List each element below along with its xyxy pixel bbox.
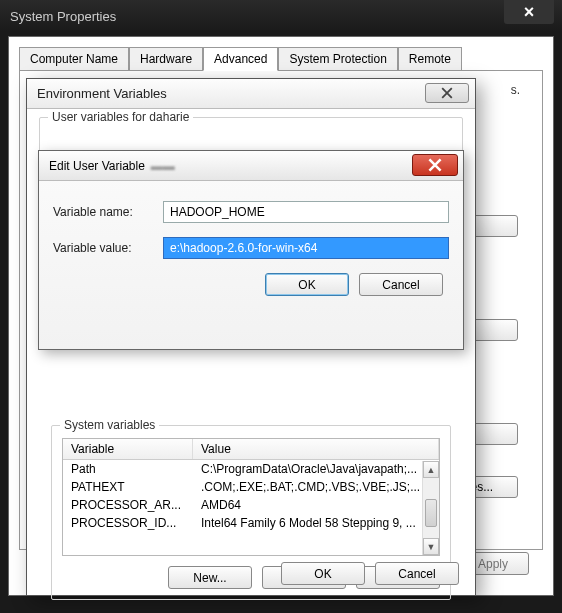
env-titlebar: Environment Variables — [27, 79, 475, 109]
env-cancel-button[interactable]: Cancel — [375, 562, 459, 585]
cell-var: PROCESSOR_ID... — [63, 515, 193, 531]
cell-val: AMD64 — [193, 497, 439, 513]
variable-value-label: Variable value: — [53, 241, 163, 255]
tab-remote[interactable]: Remote — [398, 47, 462, 70]
tab-hardware[interactable]: Hardware — [129, 47, 203, 70]
blurred-text: ▬▬ — [151, 159, 175, 173]
scroll-down-icon[interactable]: ▼ — [423, 538, 439, 555]
cell-val: Intel64 Family 6 Model 58 Stepping 9, ..… — [193, 515, 439, 531]
env-ok-button[interactable]: OK — [281, 562, 365, 585]
sysprops-title: System Properties — [10, 9, 116, 24]
cell-var: Path — [63, 461, 193, 477]
col-value[interactable]: Value — [193, 439, 439, 459]
list-header: Variable Value — [63, 439, 439, 460]
env-close-button[interactable] — [425, 83, 469, 103]
cell-val: .COM;.EXE;.BAT;.CMD;.VBS;.VBE;.JS;... — [193, 479, 439, 495]
system-variables-list[interactable]: Variable Value Path C:\ProgramData\Oracl… — [62, 438, 440, 556]
env-title: Environment Variables — [37, 86, 167, 101]
scroll-up-icon[interactable]: ▲ — [423, 461, 439, 478]
variable-name-label: Variable name: — [53, 205, 163, 219]
scrollbar[interactable]: ▲ ▼ — [422, 461, 439, 555]
sysprops-close-button[interactable]: × — [504, 0, 554, 24]
table-row[interactable]: PROCESSOR_ID... Intel64 Family 6 Model 5… — [63, 514, 439, 532]
sys-new-button[interactable]: New... — [168, 566, 252, 589]
close-icon — [441, 87, 453, 99]
close-icon — [428, 158, 442, 172]
scroll-thumb[interactable] — [425, 499, 437, 527]
edit-cancel-button[interactable]: Cancel — [359, 273, 443, 296]
edit-ok-button[interactable]: OK — [265, 273, 349, 296]
variable-name-input[interactable] — [163, 201, 449, 223]
table-row[interactable]: Path C:\ProgramData\Oracle\Java\javapath… — [63, 460, 439, 478]
sysprops-titlebar: System Properties — [0, 0, 562, 32]
edit-titlebar: Edit User Variable ▬▬ — [39, 151, 463, 181]
table-row[interactable]: PROCESSOR_AR... AMD64 — [63, 496, 439, 514]
tab-strip: Computer Name Hardware Advanced System P… — [9, 37, 553, 70]
cell-var: PROCESSOR_AR... — [63, 497, 193, 513]
user-variables-label: User variables for daharie — [48, 110, 193, 124]
edit-close-button[interactable] — [412, 154, 458, 176]
tab-computer-name[interactable]: Computer Name — [19, 47, 129, 70]
col-variable[interactable]: Variable — [63, 439, 193, 459]
tab-system-protection[interactable]: System Protection — [278, 47, 397, 70]
table-row[interactable]: PATHEXT .COM;.EXE;.BAT;.CMD;.VBS;.VBE;.J… — [63, 478, 439, 496]
edit-title: Edit User Variable — [49, 159, 145, 173]
partial-hint-text: s. — [511, 83, 520, 97]
system-variables-label: System variables — [60, 418, 159, 432]
variable-value-input[interactable] — [163, 237, 449, 259]
cell-var: PATHEXT — [63, 479, 193, 495]
edit-user-variable-dialog: Edit User Variable ▬▬ Variable name: Var… — [38, 150, 464, 350]
tab-advanced[interactable]: Advanced — [203, 47, 278, 71]
cell-val: C:\ProgramData\Oracle\Java\javapath;... — [193, 461, 439, 477]
